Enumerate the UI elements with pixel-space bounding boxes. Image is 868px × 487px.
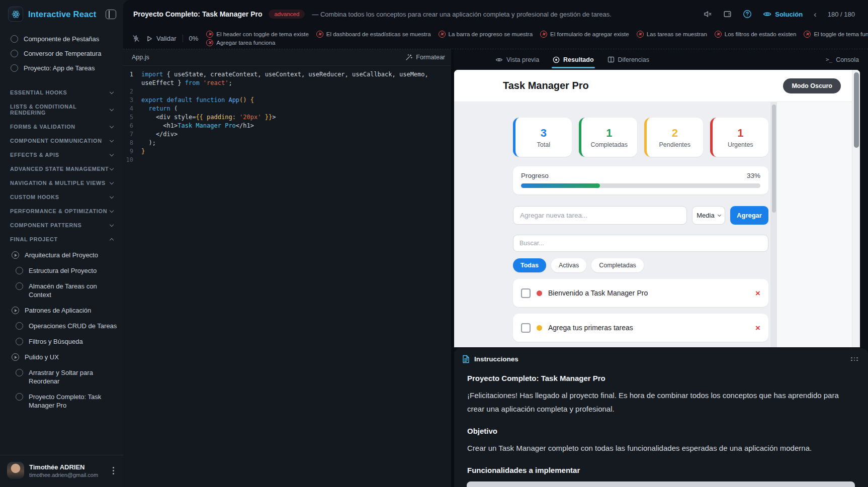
validate-button[interactable]: Validar [147, 35, 177, 42]
preview-tabs: Vista previa Resultado Diferencias >_ [454, 49, 868, 70]
section-label: NAVIGATION & MULTIPLE VIEWS [10, 180, 106, 186]
check-label: Los filtros de estado existen [725, 31, 797, 37]
stat-card: 1 Completadas [579, 118, 638, 157]
editor-file-tab[interactable]: App.js [132, 54, 149, 61]
section-label: ADVANCED STATE MANAGEMENT [10, 166, 109, 172]
lesson-item[interactable]: Patrones de Aplicación [0, 303, 123, 318]
task-list-scrollbar[interactable] [770, 102, 777, 347]
stat-label: Pendientes [659, 141, 690, 148]
logo-row: Interactive React [0, 0, 123, 27]
sidebar-section-header[interactable]: NAVIGATION & MULTIPLE VIEWS [0, 176, 123, 190]
task-checkbox[interactable] [521, 288, 531, 298]
tab-label: Resultado [563, 56, 593, 63]
lesson-item[interactable]: Arquitectura del Proyecto [0, 247, 123, 263]
user-menu-kebab-icon[interactable] [110, 465, 117, 476]
sidebar-section-header[interactable]: LISTS & CONDITIONAL RENDERING [0, 100, 123, 120]
app-logo-icon [8, 7, 23, 22]
tab-resultado[interactable]: Resultado [553, 56, 593, 63]
prev-lesson-chevron[interactable]: ‹ [814, 10, 817, 19]
instructions-title: Instrucciones [474, 355, 518, 363]
tab-diferencias[interactable]: Diferencias [607, 56, 650, 63]
stat-label: Total [537, 141, 550, 148]
sidebar-item[interactable]: Componente de Pestañas [0, 32, 123, 46]
add-task-button[interactable]: Agregar [730, 206, 768, 225]
new-task-input[interactable] [513, 206, 687, 225]
divider [183, 35, 183, 42]
tab-label: Vista previa [506, 56, 539, 63]
drag-handle-icon[interactable] [849, 355, 860, 363]
avatar[interactable] [7, 462, 24, 479]
sidebar-section-final-project[interactable]: FINAL PROJECT [0, 232, 123, 246]
section-label: ESSENTIAL HOOKS [10, 89, 67, 95]
circle-status-icon [11, 64, 18, 72]
code-lines[interactable]: 1import { useState, createContext, useCo… [123, 66, 451, 487]
solution-button[interactable]: Solución [763, 11, 803, 18]
lesson-item[interactable]: Operaciones CRUD de Tareas [0, 318, 123, 334]
task-checkbox[interactable] [521, 323, 531, 333]
lesson-item[interactable]: Arrastrar y Soltar para Reordenar [0, 365, 123, 389]
chevron-down-icon [110, 124, 114, 128]
tab-vista-previa[interactable]: Vista previa [495, 56, 539, 63]
help-icon[interactable] [743, 10, 752, 19]
report-icon[interactable] [723, 10, 732, 18]
filter-pill[interactable]: Todas [513, 258, 546, 272]
sidebar-section-header[interactable]: EFFECTS & APIS [0, 148, 123, 162]
main-area: Proyecto Completo: Task Manager Pro adva… [123, 0, 868, 487]
delete-task-button[interactable]: × [755, 289, 760, 298]
validation-check: ✕ El header con toggle de tema existe [206, 31, 308, 38]
lesson-label: Filtros y Búsqueda [29, 337, 83, 346]
columns-icon [607, 56, 615, 63]
filter-pill[interactable]: Activas [551, 258, 586, 272]
search-input[interactable] [513, 235, 768, 252]
user-footer: Timothée ADRIEN timothee.adrien@gmail.co… [0, 455, 123, 487]
tab-consola[interactable]: >_ Consola [826, 56, 868, 63]
filter-pill[interactable]: Completadas [591, 258, 644, 272]
sidebar-section-header[interactable]: CUSTOM HOOKS [0, 190, 123, 204]
sidebar-item[interactable]: Proyecto: App de Tareas [0, 61, 123, 75]
progress-percent: 33% [747, 172, 760, 179]
task-list: Bienvenido a Task Manager Pro × Agrega t… [513, 279, 768, 342]
chevron-down-icon [110, 138, 114, 142]
instructions-content: Proyecto Completo: Task Manager Pro ¡Fel… [454, 374, 868, 487]
lesson-status-icon [16, 267, 23, 274]
fail-circle-icon: ✕ [637, 31, 644, 38]
chevron-down-icon [110, 89, 114, 93]
stat-value: 1 [606, 127, 612, 140]
sidebar-section-header[interactable]: COMPONENT COMMUNICATION [0, 134, 123, 148]
lesson-status-icon [16, 322, 23, 330]
task-row: Bienvenido a Task Manager Pro × [513, 279, 768, 307]
sidebar-section-header[interactable]: PERFORMANCE & OPTIMIZATION [0, 204, 123, 218]
sidebar-section-header[interactable]: COMPONENT PATTERNS [0, 218, 123, 232]
user-name: Timothée ADRIEN [29, 463, 98, 471]
check-label: La barra de progreso se muestra [449, 31, 533, 37]
sidebar-section-header[interactable]: ESSENTIAL HOOKS [0, 85, 123, 100]
lesson-item[interactable]: Filtros y Búsqueda [0, 334, 123, 349]
priority-select[interactable]: Media [692, 206, 725, 225]
sidebar-section-header[interactable]: FORMS & VALIDATION [0, 120, 123, 134]
lesson-item[interactable]: Estructura del Proyecto [0, 263, 123, 278]
status-filters: Todas Activas Completadas [513, 258, 768, 272]
validation-check: ✕ El dashboard de estadísticas se muestr… [316, 31, 431, 38]
user-email: timothee.adrien@gmail.com [29, 472, 98, 478]
sidebar-section-header[interactable]: ADVANCED STATE MANAGEMENT [0, 162, 123, 176]
lesson-item[interactable]: Proyecto Completo: Task Manager Pro [0, 389, 123, 413]
flash-off-icon[interactable] [132, 35, 140, 42]
validation-percent: 0% [189, 35, 199, 42]
format-button[interactable]: Formatear [405, 54, 445, 61]
sidebar-collapse-icon[interactable] [106, 10, 116, 19]
mute-icon[interactable] [704, 10, 712, 18]
play-icon [147, 36, 152, 42]
sidebar-item[interactable]: Conversor de Temperatura [0, 46, 123, 61]
check-label: El dashboard de estadísticas se muestra [326, 31, 431, 37]
instructions-heading: Proyecto Completo: Task Manager Pro [467, 374, 855, 382]
circle-status-icon [11, 35, 18, 43]
lesson-label: Arrastrar y Soltar para Reordenar [29, 368, 118, 385]
circle-status-icon [11, 50, 18, 57]
preview-scrollbar[interactable] [852, 70, 860, 347]
lesson-item[interactable]: Pulido y UX [0, 349, 123, 365]
delete-task-button[interactable]: × [755, 324, 760, 332]
validation-check: ✕ Los filtros de estado existen [715, 31, 797, 38]
theme-toggle-button[interactable]: Modo Oscuro [783, 78, 841, 93]
lesson-item[interactable]: Almacén de Tareas con Context [0, 278, 123, 303]
check-label: Las tareas se muestran [647, 31, 707, 37]
